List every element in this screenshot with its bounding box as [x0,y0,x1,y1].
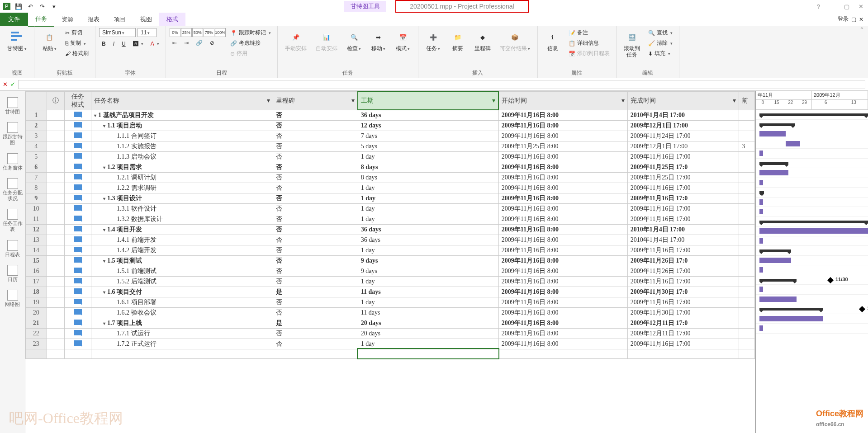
underline-button[interactable]: U [119,40,128,48]
duration-cell[interactable]: 11 days [358,287,498,297]
gantt-bar[interactable] [759,316,823,321]
indicator-cell[interactable] [47,245,64,255]
details-button[interactable]: 📋详细信息 [566,38,612,48]
gantt-row[interactable] [756,129,868,139]
row-number[interactable]: 12 [26,224,47,235]
mode-cell[interactable] [64,141,91,151]
task-row[interactable]: 211.7 项目上线是20 days2009年11月16日 8:002009年1… [26,318,755,328]
start-cell[interactable]: 2009年11月16日 8:00 [498,151,627,162]
finish-cell[interactable]: 2009年11月16日 17:00 [627,151,739,162]
start-cell[interactable]: 2009年11月16日 8:00 [498,162,627,172]
finish-cell[interactable]: 2010年1月4日 17:00 [627,224,739,235]
task-row-empty[interactable] [26,349,755,358]
name-cell[interactable]: 1.7.1 试运行 [91,328,273,339]
milestone-cell[interactable]: 否 [273,183,358,193]
milestone-cell[interactable]: 否 [273,245,358,255]
view-item-3[interactable]: 任务分配状况 [0,175,25,204]
indicator-cell[interactable] [47,235,64,245]
mode-cell[interactable] [64,172,91,183]
mode-cell[interactable] [64,287,91,297]
name-cell[interactable]: 1.5.2 后端测试 [91,276,273,287]
gantt-bar[interactable] [759,238,763,244]
pred-cell[interactable] [739,151,754,162]
duration-cell[interactable]: 11 days [358,307,498,318]
start-cell[interactable]: 2009年11月16日 8:00 [498,131,627,141]
mode-cell[interactable] [64,297,91,307]
row-number[interactable]: 3 [26,131,47,141]
insert-milestone-button[interactable]: ◆里程碑 [471,28,494,53]
pred-cell[interactable] [739,255,754,266]
save-icon[interactable]: 💾 [14,1,24,11]
col-milestone[interactable]: 里程碑 ▾ [273,91,358,110]
duration-cell[interactable]: 12 days [358,120,498,131]
pred-cell[interactable] [739,131,754,141]
mode-cell[interactable] [64,266,91,276]
duration-cell[interactable]: 1 day [358,203,498,214]
name-cell[interactable]: 1.1.2 实施报告 [91,141,273,151]
cut-button[interactable]: ✂剪切 [62,28,91,38]
finish-cell[interactable]: 2009年11月30日 17:00 [627,307,739,318]
row-number[interactable]: 20 [26,307,47,318]
milestone-cell[interactable]: 否 [273,266,358,276]
task-row[interactable]: 101.3.1 软件设计否1 day2009年11月16日 8:002009年1… [26,203,755,214]
restore-icon[interactable]: ▢ [841,3,852,10]
gantt-bar[interactable] [759,113,868,116]
milestone-cell[interactable]: 否 [273,276,358,287]
duration-cell[interactable]: 20 days [358,328,498,339]
clear-button[interactable]: 🧹清除 [645,38,675,48]
gantt-bar[interactable] [759,325,763,331]
indicator-cell[interactable] [47,266,64,276]
start-cell[interactable]: 2009年11月16日 8:00 [498,266,627,276]
row-number[interactable]: 4 [26,141,47,151]
milestone-cell[interactable]: 否 [273,141,358,151]
mode-button[interactable]: 📅模式 [392,28,414,53]
gantt-bar[interactable] [759,199,763,205]
milestone-cell[interactable]: 否 [273,172,358,183]
finish-cell[interactable]: 2009年11月24日 17:00 [627,131,739,141]
paste-button[interactable]: 📋 粘贴 [38,28,61,53]
mode-cell[interactable] [64,110,91,120]
milestone-cell[interactable]: 否 [273,339,358,349]
indicator-cell[interactable] [47,131,64,141]
task-row[interactable]: 171.5.2 后端测试否1 day2009年11月16日 8:002009年1… [26,276,755,287]
milestone-cell[interactable]: 否 [273,224,358,235]
pred-cell[interactable] [739,235,754,245]
collapse-ribbon-icon[interactable]: ⌃ [856,26,868,78]
gantt-bar[interactable] [759,297,797,302]
task-row[interactable]: 181.6 项目交付是11 days2009年11月16日 8:002009年1… [26,287,755,297]
duration-cell[interactable]: 1 day [358,245,498,255]
gantt-row[interactable]: 12 [756,304,868,314]
start-cell[interactable]: 2009年11月16日 8:00 [498,193,627,203]
window-close-icon[interactable]: ✕ [859,16,863,23]
row-number[interactable]: 19 [26,297,47,307]
gantt-row[interactable] [756,265,868,275]
start-cell[interactable]: 2009年11月16日 8:00 [498,224,627,235]
gantt-bar[interactable] [759,267,763,273]
start-cell[interactable]: 2009年11月25日 8:00 [498,141,627,151]
gantt-bar[interactable] [786,141,800,146]
start-cell[interactable]: 2009年11月16日 8:00 [498,214,627,224]
mode-cell[interactable] [64,224,91,235]
name-cell[interactable]: 1.7 项目上线 [91,318,273,328]
start-cell[interactable]: 2009年11月16日 8:00 [498,183,627,193]
gantt-row[interactable] [756,110,868,120]
name-cell[interactable]: 1.3.1 软件设计 [91,203,273,214]
auto-schedule-button[interactable]: 📊自动安排 [312,28,341,53]
indicator-cell[interactable] [47,297,64,307]
row-number[interactable]: 9 [26,193,47,203]
start-cell[interactable]: 2009年11月16日 8:00 [498,328,627,339]
milestone-cell[interactable]: 否 [273,131,358,141]
gantt-row[interactable] [756,256,868,266]
tab-project[interactable]: 项目 [107,13,133,26]
close-icon[interactable]: ✕ [856,3,866,10]
milestone-marker[interactable] [859,306,865,312]
pct-75[interactable]: 75% [204,28,214,37]
task-row[interactable]: 41.1.2 实施报告否5 days2009年11月25日 8:002009年1… [26,141,755,151]
pred-cell[interactable] [739,266,754,276]
task-row[interactable]: 21.1 项目启动否12 days2009年11月16日 8:002009年12… [26,120,755,131]
bold-button[interactable]: B [99,40,109,48]
gantt-row[interactable] [756,236,868,246]
task-row[interactable]: 131.4.1 前端开发否36 days2009年11月16日 8:002010… [26,235,755,245]
qat-dropdown-icon[interactable]: ▾ [49,1,59,11]
indicator-cell[interactable] [47,172,64,183]
